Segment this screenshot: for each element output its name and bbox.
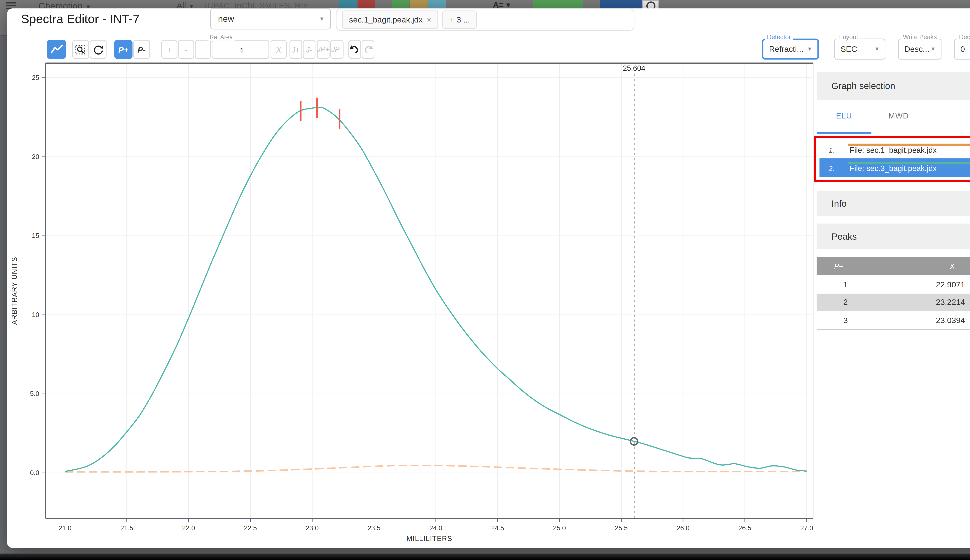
detector-value: Refracti... xyxy=(769,45,803,53)
y-tick-label: 20 xyxy=(32,153,39,160)
j-minus-button[interactable]: J- xyxy=(303,40,315,59)
peaks-section-header[interactable]: Peaks xyxy=(817,223,970,249)
layout-label: Layout xyxy=(837,33,860,40)
jp-plus-button[interactable]: JP+ xyxy=(317,40,329,59)
file-chip-label: sec.1_bagit.peak.jdx xyxy=(349,15,423,24)
y-tick-label: 5.0 xyxy=(30,390,39,397)
ref-area-field xyxy=(212,40,269,59)
remove-chip-icon[interactable]: × xyxy=(427,15,431,24)
peak-number: 3 xyxy=(843,316,848,324)
peak-row-1[interactable]: 1 22.9071 2.29e+1 ✕ xyxy=(817,275,970,293)
x-tick-label: 21.5 xyxy=(120,524,133,532)
graph-selection-title: Graph selection xyxy=(831,80,895,91)
peak-add-button[interactable]: P+ xyxy=(114,40,132,59)
peak-remove-button[interactable]: P- xyxy=(133,40,150,59)
reset-zoom-icon xyxy=(92,43,104,56)
chevron-down-icon: ▼ xyxy=(807,46,813,52)
write-peaks-select[interactable]: Desc...▼ xyxy=(898,38,942,60)
blank-button[interactable] xyxy=(195,40,211,59)
y-tick-label: 15 xyxy=(32,232,39,239)
x-tick-label: 21.0 xyxy=(58,524,72,532)
plus-button[interactable]: + xyxy=(161,40,177,59)
more-files-label: + 3 ... xyxy=(449,15,470,24)
y-tick-label: 10 xyxy=(32,311,39,318)
zoom-reset-button[interactable] xyxy=(90,40,107,59)
detector-label: Detector xyxy=(765,33,793,40)
col-p: P+ xyxy=(834,262,843,270)
screen: Chemotion ▼ All ▼ IUPAC, InChI, SMILES, … xyxy=(0,0,970,560)
col-x: X xyxy=(950,262,955,270)
peaks-table-header: P+ X Y - xyxy=(817,257,970,275)
peak-row-3[interactable]: 3 23.0394 2.31e+1 ✕ xyxy=(817,311,970,330)
chevron-down-icon: ▼ xyxy=(874,46,880,52)
j-plus-button[interactable]: J+ xyxy=(289,40,302,59)
x-tick-label: 25.5 xyxy=(615,524,628,532)
undo-button[interactable] xyxy=(349,40,361,59)
x-tick-label: 25.0 xyxy=(553,524,566,532)
page-title: Spectra Editor - INT-7 xyxy=(21,12,140,27)
x-tick-label: 24.0 xyxy=(429,524,442,532)
info-title: Info xyxy=(831,198,846,208)
annotation-highlight-box xyxy=(814,136,970,182)
chevron-down-icon: ▼ xyxy=(319,16,325,22)
peak-row-2[interactable]: 2 23.2214 2.24e+1 ✕ xyxy=(817,293,970,311)
redo-button[interactable] xyxy=(362,40,374,59)
graph-selection-header[interactable]: Graph selection xyxy=(817,72,970,100)
ref-area-input[interactable] xyxy=(212,41,271,60)
spectra-editor-modal: Spectra Editor - INT-7 new ▼ sec.1_bagit… xyxy=(7,8,970,548)
file-chip[interactable]: sec.1_bagit.peak.jdx× xyxy=(342,10,438,29)
x-tick-label: 26.5 xyxy=(738,524,751,532)
y-axis-title: ARBITRARY UNITS xyxy=(10,257,18,325)
x-tick-label: 27.0 xyxy=(800,524,813,532)
x-tick-label: 22.5 xyxy=(244,524,257,532)
peaks-title: Peaks xyxy=(831,231,857,242)
peak-number: 2 xyxy=(843,298,848,307)
peak-number: 1 xyxy=(843,280,848,288)
zoom-select-button[interactable] xyxy=(72,40,89,59)
cursor-label: 25.604 xyxy=(623,64,645,72)
peak-x-value: 23.0394 xyxy=(936,316,965,324)
layout-select[interactable]: SEC▼ xyxy=(834,38,885,60)
x-tick-label: 24.5 xyxy=(491,524,504,532)
spectra-chart[interactable]: 21.021.522.022.523.023.524.024.525.025.5… xyxy=(7,57,824,548)
redo-icon xyxy=(362,43,374,55)
write-peaks-value: Desc... xyxy=(904,45,929,53)
tab-mwd[interactable]: MWD xyxy=(871,99,926,132)
line-mode-button[interactable] xyxy=(47,40,66,59)
spectrum-version-value: new xyxy=(218,14,234,24)
decimal-select[interactable]: 0▼ xyxy=(954,38,970,60)
detector-select[interactable]: Refracti...▼ xyxy=(762,38,819,60)
peak-x-value: 23.2214 xyxy=(936,298,965,307)
x-tick-label: 23.0 xyxy=(306,524,319,532)
layout-value: SEC xyxy=(841,45,857,53)
jp-minus-button[interactable]: JP- xyxy=(330,40,343,59)
zoom-area-icon xyxy=(74,43,87,56)
x-tick-label: 26.0 xyxy=(676,524,690,532)
decimal-label: Decimal xyxy=(957,33,970,40)
peak-x-value: 22.9071 xyxy=(936,280,965,288)
more-files-chip[interactable]: + 3 ... xyxy=(442,10,477,29)
write-peaks-label: Write Peaks xyxy=(901,33,939,40)
file-chips-field[interactable]: sec.1_bagit.peak.jdx× + 3 ... xyxy=(336,8,634,31)
chevron-down-icon: ▼ xyxy=(930,46,936,52)
y-tick-label: 0.0 xyxy=(30,469,39,477)
info-section-header[interactable]: Info xyxy=(817,191,970,216)
x-axis-title: MILLILITERS xyxy=(406,535,452,543)
x-tick-label: 22.0 xyxy=(182,524,195,532)
zigzag-line-icon xyxy=(50,42,63,57)
multiply-button[interactable]: X xyxy=(270,40,287,59)
active-tab-indicator xyxy=(817,132,871,134)
x-tick-label: 23.5 xyxy=(367,524,381,532)
decimal-value: 0 xyxy=(960,45,965,53)
spectrum-version-select[interactable]: new ▼ xyxy=(210,8,331,29)
y-tick-label: 25 xyxy=(32,74,39,81)
ref-area-label: Ref Area xyxy=(207,33,235,40)
tab-elu[interactable]: ELU xyxy=(817,99,871,132)
undo-icon xyxy=(349,43,361,55)
taskbar-strip xyxy=(0,553,970,560)
minus-button[interactable]: - xyxy=(178,40,194,59)
